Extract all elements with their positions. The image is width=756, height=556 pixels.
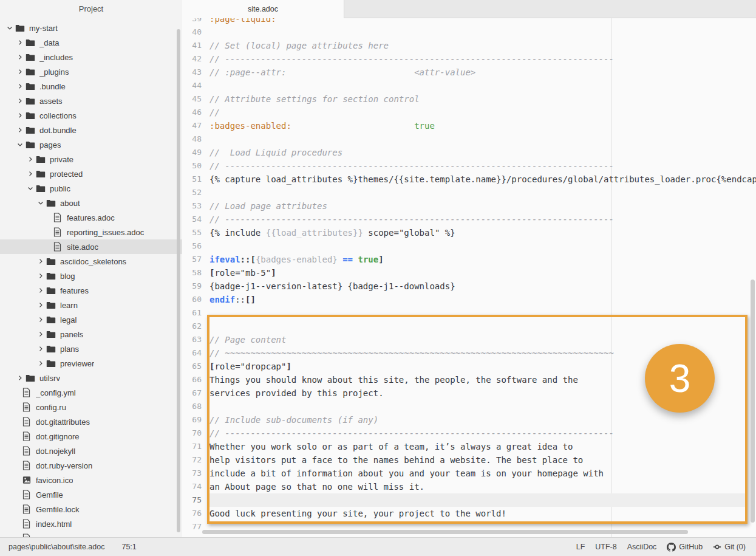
tree-item-gemfile-lock[interactable]: Gemfile.lock: [0, 502, 183, 517]
line-number[interactable]: 43: [182, 66, 202, 79]
status-encoding[interactable]: UTF-8: [595, 543, 616, 551]
line-number[interactable]: 59: [182, 280, 202, 293]
line-number[interactable]: 46: [182, 106, 202, 119]
chevron-right-icon[interactable]: [15, 52, 25, 62]
line-number[interactable]: 49: [182, 146, 202, 159]
chevron-right-icon[interactable]: [15, 373, 25, 383]
code-line-48[interactable]: 48: [182, 132, 756, 146]
tree-item-dot-gitignore[interactable]: dot.gitignore: [0, 429, 183, 444]
tree-item-asciidoc-skeletons[interactable]: asciidoc_skeletons: [0, 254, 183, 269]
line-number[interactable]: 65: [182, 360, 202, 373]
tree-item-dot-ruby-version[interactable]: dot.ruby-version: [0, 458, 183, 473]
chevron-right-icon[interactable]: [26, 169, 35, 179]
code-line-57[interactable]: 57ifeval::[{badges-enabled} == true]: [182, 253, 756, 266]
tree-item-features-adoc[interactable]: features.adoc: [0, 210, 183, 225]
line-number[interactable]: 40: [182, 26, 202, 39]
code-line-56[interactable]: 56: [182, 239, 756, 253]
tree-item-index-html[interactable]: index.html: [0, 517, 183, 531]
code-line-46[interactable]: 46//: [182, 106, 756, 119]
tree-item--plugins[interactable]: _plugins: [0, 64, 183, 79]
line-number[interactable]: 47: [182, 119, 202, 132]
line-number[interactable]: 53: [182, 199, 202, 213]
chevron-right-icon[interactable]: [15, 111, 25, 120]
editor-horizontal-scrollbar[interactable]: [202, 530, 688, 534]
tree-item-features[interactable]: features: [0, 283, 183, 298]
tree-item-plans[interactable]: plans: [0, 341, 183, 356]
tree-item-gemfile[interactable]: Gemfile: [0, 487, 183, 502]
tree-item-dot-gitattributes[interactable]: dot.gitattributes: [0, 414, 183, 429]
line-number[interactable]: 42: [182, 52, 202, 66]
tree-item-collections[interactable]: collections: [0, 108, 183, 123]
line-number[interactable]: 76: [182, 507, 202, 520]
chevron-right-icon[interactable]: [36, 300, 46, 310]
tree-item-site-adoc[interactable]: site.adoc: [0, 239, 183, 254]
line-number[interactable]: 72: [182, 453, 202, 467]
tree-item-panels[interactable]: panels: [0, 327, 183, 341]
editor-pane[interactable]: 39:page-liquid:4041// Set (local) page a…: [182, 18, 756, 537]
line-number[interactable]: 73: [182, 467, 202, 480]
code-line-44[interactable]: 44: [182, 79, 756, 92]
tree-item--config-yml[interactable]: _config.yml: [0, 385, 183, 400]
tree-item-learn[interactable]: learn: [0, 298, 183, 312]
chevron-down-icon[interactable]: [26, 184, 35, 193]
line-number[interactable]: 62: [182, 320, 202, 333]
line-number[interactable]: 74: [182, 480, 202, 493]
tree-item-reporting-issues-adoc[interactable]: reporting_issues.adoc: [0, 225, 183, 239]
chevron-right-icon[interactable]: [26, 154, 35, 164]
tree-item-assets[interactable]: assets: [0, 94, 183, 108]
line-number[interactable]: 66: [182, 373, 202, 386]
line-number[interactable]: 64: [182, 346, 202, 360]
code-line-58[interactable]: 58[role="mb-5"]: [182, 266, 756, 280]
chevron-right-icon[interactable]: [36, 329, 46, 339]
chevron-right-icon[interactable]: [36, 359, 46, 368]
chevron-right-icon[interactable]: [36, 315, 46, 324]
tree-item-protected[interactable]: protected: [0, 166, 183, 181]
tree-item-blog[interactable]: blog: [0, 269, 183, 283]
line-number[interactable]: 56: [182, 239, 202, 253]
line-number[interactable]: 70: [182, 427, 202, 440]
chevron-down-icon[interactable]: [15, 140, 25, 149]
tree-item-utilsrv[interactable]: utilsrv: [0, 371, 183, 385]
tree-item-dot-nojekyll[interactable]: dot.nojekyll: [0, 444, 183, 458]
tree-item-public[interactable]: public: [0, 181, 183, 196]
line-number[interactable]: 68: [182, 400, 202, 413]
line-number[interactable]: 69: [182, 413, 202, 427]
tree-item-favicon-ico[interactable]: favicon.ico: [0, 473, 183, 487]
line-number[interactable]: 50: [182, 159, 202, 173]
code-line-60[interactable]: 60endif::[]: [182, 293, 756, 306]
editor-vertical-scrollbar[interactable]: [751, 280, 755, 523]
chevron-right-icon[interactable]: [15, 96, 25, 106]
code-line-47[interactable]: 47:badges-enabled: true: [182, 119, 756, 132]
tree-item--bundle[interactable]: .bundle: [0, 79, 183, 94]
code-line-50[interactable]: 50// -----------------------------------…: [182, 159, 756, 173]
sidebar-scrollbar[interactable]: [177, 29, 180, 532]
chevron-right-icon[interactable]: [15, 81, 25, 91]
line-number[interactable]: 60: [182, 293, 202, 306]
tab-site-adoc[interactable]: site.adoc: [182, 0, 344, 18]
status-cursor-position[interactable]: 75:1: [121, 543, 136, 551]
line-number[interactable]: 67: [182, 386, 202, 400]
chevron-right-icon[interactable]: [36, 256, 46, 266]
tree-item--data[interactable]: _data: [0, 35, 183, 50]
line-number[interactable]: 45: [182, 92, 202, 106]
code-line-51[interactable]: 51{% capture load_attributes %}themes/{{…: [182, 173, 756, 186]
status-line-ending[interactable]: LF: [576, 543, 585, 551]
code-line-52[interactable]: 52: [182, 186, 756, 199]
code-line-41[interactable]: 41// Set (local) page attributes here: [182, 39, 756, 52]
line-number[interactable]: 58: [182, 266, 202, 280]
chevron-down-icon[interactable]: [36, 198, 46, 208]
tree-item-private[interactable]: private: [0, 152, 183, 166]
line-number[interactable]: 55: [182, 226, 202, 239]
code-line-43[interactable]: 43// :page--attr: <attr-value>: [182, 66, 756, 79]
tree-item-my-start[interactable]: my-start: [0, 21, 183, 35]
tree-item-pages[interactable]: pages: [0, 137, 183, 152]
code-line-39[interactable]: 39:page-liquid:: [182, 18, 756, 26]
line-number[interactable]: 48: [182, 132, 202, 146]
line-number[interactable]: 39: [182, 18, 202, 26]
line-number[interactable]: 61: [182, 306, 202, 320]
chevron-right-icon[interactable]: [15, 125, 25, 135]
code-line-54[interactable]: 54// -----------------------------------…: [182, 213, 756, 226]
line-number[interactable]: 51: [182, 173, 202, 186]
tree-item-dot-bundle[interactable]: dot.bundle: [0, 123, 183, 137]
line-number[interactable]: 54: [182, 213, 202, 226]
